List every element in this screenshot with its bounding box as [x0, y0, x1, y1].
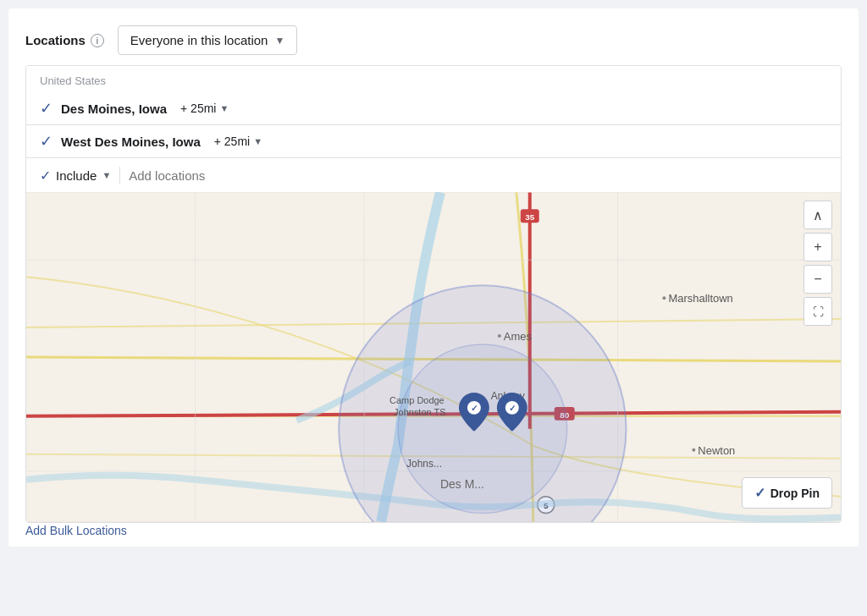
svg-point-19: [662, 296, 665, 300]
svg-text:Johns...: Johns...: [406, 458, 442, 470]
locations-container: Locations i Everyone in this location ▼ …: [8, 8, 859, 547]
drop-pin-label: Drop Pin: [770, 487, 820, 500]
svg-point-26: [692, 448, 695, 452]
location-item-des-moines: ✓ Des Moines, Iowa + 25mi ▼: [26, 92, 841, 124]
svg-text:Des M...: Des M...: [440, 477, 484, 491]
location-pin-icon: ✓: [40, 99, 52, 118]
map-zoom-out-button[interactable]: −: [803, 265, 832, 294]
svg-text:35: 35: [525, 212, 535, 222]
svg-text:Camp Dodge: Camp Dodge: [389, 395, 445, 405]
country-name: United States: [40, 74, 106, 87]
svg-text:✓: ✓: [509, 404, 516, 413]
location-name-2: West Des Moines, Iowa: [61, 135, 201, 149]
location-radius-2[interactable]: + 25mi ▼: [214, 135, 262, 148]
location-type-dropdown[interactable]: Everyone in this location ▼: [118, 25, 297, 55]
location-pin-icon-2: ✓: [40, 132, 52, 151]
drop-pin-icon: ✓: [754, 485, 765, 501]
location-item-west-des-moines: ✓ West Des Moines, Iowa + 25mi ▼: [26, 125, 841, 157]
include-pin-icon: ✓: [40, 168, 51, 184]
locations-panel: United States ✓ Des Moines, Iowa + 25mi …: [25, 65, 842, 523]
map-zoom-in-button[interactable]: +: [803, 233, 832, 261]
include-row: ✓ Include ▼: [26, 158, 841, 192]
locations-title: Locations: [25, 33, 86, 47]
fullscreen-icon: ⛶: [813, 305, 824, 318]
drop-pin-button[interactable]: ✓ Drop Pin: [742, 477, 832, 509]
include-caret: ▼: [102, 170, 111, 180]
add-bulk-locations-link[interactable]: Add Bulk Locations: [25, 524, 127, 537]
map-svg: 35 80 5: [26, 192, 841, 522]
map-fullscreen-button[interactable]: ⛶: [803, 297, 832, 326]
info-icon[interactable]: i: [91, 34, 104, 47]
svg-text:Ames: Ames: [504, 330, 533, 343]
svg-text:✓: ✓: [471, 404, 478, 413]
radius-caret-1: ▼: [219, 103, 229, 113]
location-radius-1[interactable]: + 25mi ▼: [180, 102, 229, 115]
map-controls: ∧ + − ⛶: [803, 201, 832, 326]
locations-label-group: Locations i: [25, 33, 104, 47]
svg-text:Marshalltown: Marshalltown: [668, 292, 732, 305]
svg-text:Newton: Newton: [698, 444, 735, 457]
dropdown-label: Everyone in this location: [130, 33, 268, 47]
dropdown-caret: ▼: [274, 35, 284, 47]
minus-icon: −: [814, 272, 821, 287]
radius-caret-2: ▼: [253, 136, 262, 146]
location-name-1: Des Moines, Iowa: [61, 102, 167, 116]
svg-text:Johnston TS: Johnston TS: [394, 407, 445, 417]
include-label: Include: [56, 168, 97, 183]
map-scroll-up-button[interactable]: ∧: [803, 201, 832, 229]
svg-point-21: [498, 334, 501, 338]
include-divider: [119, 167, 120, 184]
map-container: 35 80 5: [26, 192, 841, 522]
include-dropdown[interactable]: ✓ Include ▼: [40, 168, 111, 184]
add-locations-input[interactable]: [129, 168, 827, 183]
locations-row: Locations i Everyone in this location ▼: [25, 25, 842, 55]
country-header: United States: [26, 66, 841, 92]
plus-icon: +: [814, 239, 821, 255]
chevron-up-icon: ∧: [813, 207, 823, 223]
